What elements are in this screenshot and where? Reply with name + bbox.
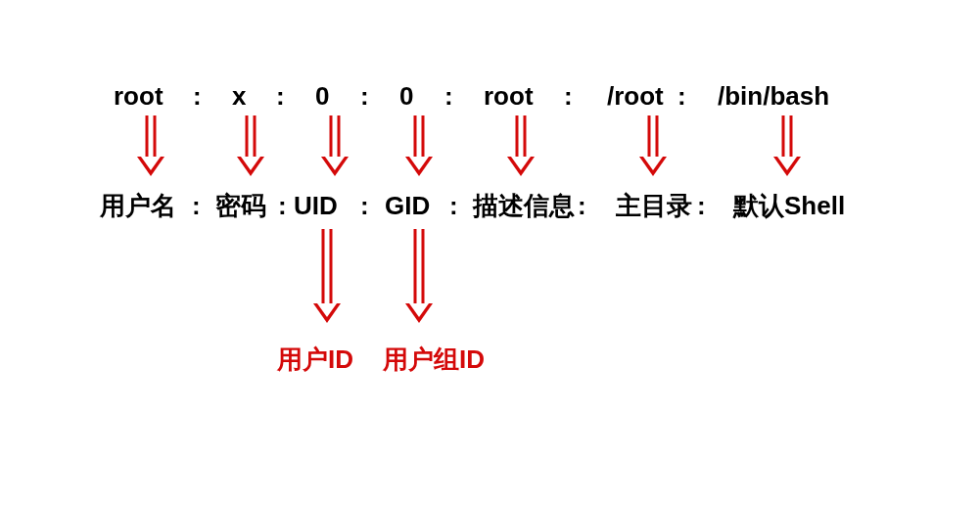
field-password: x <box>232 83 246 109</box>
field-home: /root <box>607 83 664 109</box>
field-uid: 0 <box>315 83 329 109</box>
arrow-down-icon <box>313 229 341 325</box>
field-gid: 0 <box>399 83 413 109</box>
field-gecos: root <box>484 83 534 109</box>
label-username: 用户名 <box>100 193 176 218</box>
sublabel-userid: 用户ID <box>277 346 353 372</box>
arrow-down-icon <box>321 115 349 176</box>
sep: : <box>360 83 369 109</box>
sep: : <box>192 193 201 218</box>
sep: : <box>449 193 458 218</box>
sep: : <box>578 193 586 218</box>
sep: : <box>677 83 686 109</box>
label-password: 密码 <box>215 193 266 218</box>
sep: : <box>564 83 573 109</box>
label-uid: UID <box>294 193 338 218</box>
field-shell: /bin/bash <box>718 83 829 109</box>
arrow-down-icon <box>237 115 264 176</box>
label-shell: 默认Shell <box>733 193 845 218</box>
sublabel-groupid: 用户组ID <box>383 346 485 372</box>
field-username: root <box>114 83 163 109</box>
arrow-down-icon <box>773 115 801 176</box>
arrow-down-icon <box>137 115 164 176</box>
arrow-down-icon <box>405 115 433 176</box>
label-home: 主目录 <box>616 193 692 218</box>
sep: : <box>697 193 706 218</box>
sep: : <box>193 83 202 109</box>
sep: : <box>444 83 453 109</box>
arrow-down-icon <box>639 115 667 176</box>
arrow-down-icon <box>405 229 433 325</box>
sep: : <box>278 193 287 218</box>
diagram-stage: root : x : 0 : 0 : root : /root : /bin/b… <box>0 0 980 505</box>
sep: : <box>360 193 369 218</box>
label-gecos: 描述信息 <box>473 193 575 218</box>
sep: : <box>276 83 285 109</box>
arrow-down-icon <box>507 115 535 176</box>
label-gid: GID <box>385 193 430 218</box>
